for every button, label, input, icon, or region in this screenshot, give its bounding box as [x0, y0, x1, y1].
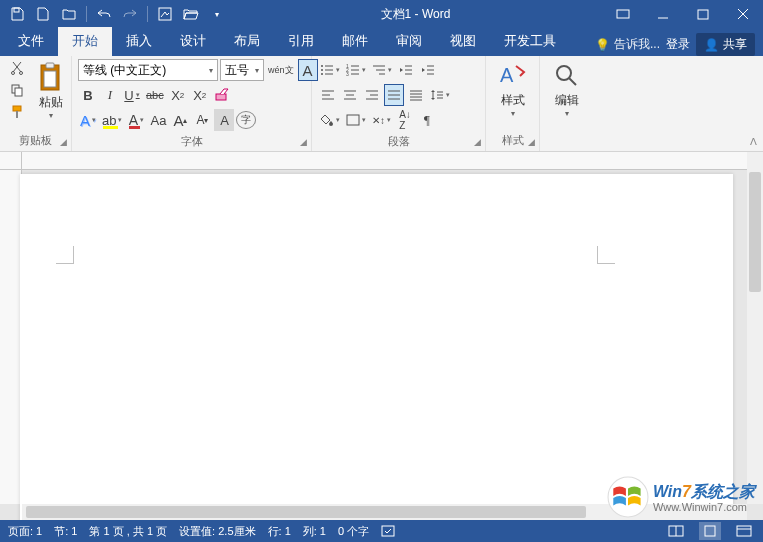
- status-column[interactable]: 列: 1: [303, 524, 326, 539]
- tell-me-input[interactable]: 💡 告诉我...: [595, 36, 660, 53]
- align-left-button[interactable]: [318, 84, 338, 106]
- person-icon: 👤: [704, 38, 719, 52]
- chevron-down-icon: ▾: [336, 116, 340, 124]
- change-case-button[interactable]: Aa: [148, 109, 168, 131]
- chevron-down-icon: ▾: [446, 91, 450, 99]
- phonetic-guide-char: 文: [285, 66, 294, 75]
- styles-dialog-icon[interactable]: ◢: [528, 137, 535, 147]
- text-direction-button[interactable]: ✕↕▾: [370, 109, 393, 131]
- numbering-button[interactable]: 123▾: [344, 59, 368, 81]
- cut-icon[interactable]: [6, 58, 28, 78]
- underline-button[interactable]: U▾: [122, 84, 142, 106]
- strikethrough-button[interactable]: abc: [144, 84, 166, 106]
- open-icon[interactable]: [58, 3, 80, 25]
- editing-button[interactable]: 编辑 ▾: [543, 58, 591, 120]
- tab-view[interactable]: 视图: [436, 27, 490, 56]
- tab-mailings[interactable]: 邮件: [328, 27, 382, 56]
- distributed-button[interactable]: [406, 84, 426, 106]
- status-proofing-icon[interactable]: [381, 524, 397, 538]
- collapse-ribbon-icon[interactable]: ᐱ: [750, 136, 757, 147]
- folder-open-icon[interactable]: [180, 3, 202, 25]
- italic-button[interactable]: I: [100, 84, 120, 106]
- superscript-button[interactable]: X2: [190, 84, 210, 106]
- signin-link[interactable]: 登录: [666, 36, 690, 53]
- chevron-down-icon: ▾: [118, 116, 122, 124]
- tab-references[interactable]: 引用: [274, 27, 328, 56]
- format-painter-icon[interactable]: [6, 102, 28, 122]
- tab-developer[interactable]: 开发工具: [490, 27, 570, 56]
- shading-button[interactable]: ▾: [318, 109, 342, 131]
- status-page-of[interactable]: 第 1 页 , 共 1 页: [89, 524, 167, 539]
- sort-button[interactable]: A↓Z: [395, 109, 415, 131]
- drawing-icon[interactable]: [154, 3, 176, 25]
- enclose-char-button[interactable]: 字: [236, 111, 256, 129]
- multilevel-list-button[interactable]: ▾: [370, 59, 394, 81]
- tab-insert[interactable]: 插入: [112, 27, 166, 56]
- font-name-combo[interactable]: 等线 (中文正文)▾: [78, 59, 218, 81]
- scrollbar-thumb[interactable]: [749, 172, 761, 292]
- font-color-button[interactable]: A▾: [126, 109, 146, 131]
- horizontal-ruler[interactable]: [22, 152, 747, 170]
- page-canvas[interactable]: [20, 174, 733, 520]
- ribbon-display-icon[interactable]: [603, 0, 643, 28]
- styles-button[interactable]: A 样式 ▾: [489, 58, 537, 120]
- maximize-icon[interactable]: [683, 0, 723, 28]
- grow-font-button[interactable]: A▴: [170, 109, 190, 131]
- phonetic-guide-label: wén: [268, 66, 285, 75]
- tab-home[interactable]: 开始: [58, 27, 112, 56]
- vertical-scrollbar[interactable]: [747, 152, 763, 504]
- minimize-icon[interactable]: [643, 0, 683, 28]
- vertical-ruler[interactable]: [0, 170, 22, 504]
- copy-icon[interactable]: [6, 80, 28, 100]
- highlight-button[interactable]: ab▾: [100, 109, 124, 131]
- borders-button[interactable]: ▾: [344, 109, 368, 131]
- status-section[interactable]: 节: 1: [54, 524, 77, 539]
- new-doc-icon[interactable]: [32, 3, 54, 25]
- bullets-button[interactable]: ▾: [318, 59, 342, 81]
- tab-review[interactable]: 审阅: [382, 27, 436, 56]
- tab-file[interactable]: 文件: [4, 27, 58, 56]
- qat-customize-icon[interactable]: ▾: [206, 3, 228, 25]
- line-spacing-button[interactable]: ▾: [428, 84, 452, 106]
- font-dialog-icon[interactable]: ◢: [300, 137, 307, 147]
- align-center-button[interactable]: [340, 84, 360, 106]
- chevron-down-icon: ▾: [387, 116, 391, 124]
- align-right-button[interactable]: [362, 84, 382, 106]
- save-icon[interactable]: [6, 3, 28, 25]
- shrink-font-button[interactable]: A▾: [192, 109, 212, 131]
- svg-point-6: [20, 72, 23, 75]
- status-page[interactable]: 页面: 1: [8, 524, 42, 539]
- tab-design[interactable]: 设计: [166, 27, 220, 56]
- decrease-indent-button[interactable]: [396, 59, 416, 81]
- horizontal-scrollbar[interactable]: [22, 504, 747, 520]
- undo-icon[interactable]: [93, 3, 115, 25]
- subscript-button[interactable]: X2: [168, 84, 188, 106]
- increase-indent-button[interactable]: [418, 59, 438, 81]
- print-layout-icon[interactable]: [699, 522, 721, 540]
- paste-label: 粘贴: [39, 94, 63, 111]
- bold-button[interactable]: B: [78, 84, 98, 106]
- tell-me-placeholder: 告诉我...: [614, 36, 660, 53]
- status-line[interactable]: 行: 1: [268, 524, 291, 539]
- status-words[interactable]: 0 个字: [338, 524, 369, 539]
- paragraph-dialog-icon[interactable]: ◢: [474, 137, 481, 147]
- phonetic-guide-button[interactable]: wén文: [266, 59, 296, 81]
- scrollbar-thumb[interactable]: [26, 506, 586, 518]
- tab-layout[interactable]: 布局: [220, 27, 274, 56]
- clipboard-dialog-icon[interactable]: ◢: [60, 137, 67, 147]
- close-icon[interactable]: [723, 0, 763, 28]
- group-clipboard: 粘贴 ▾ 剪贴板 ◢: [0, 56, 72, 151]
- redo-icon[interactable]: [119, 3, 141, 25]
- paste-button[interactable]: 粘贴 ▾: [32, 58, 70, 122]
- show-marks-button[interactable]: ¶: [417, 109, 437, 131]
- shrink-font-label: A: [196, 113, 204, 127]
- clear-format-button[interactable]: [212, 84, 232, 106]
- share-button[interactable]: 👤 共享: [696, 33, 755, 56]
- justify-button[interactable]: [384, 84, 404, 106]
- text-effects-button[interactable]: A▾: [78, 109, 98, 131]
- char-shading-button[interactable]: A: [214, 109, 234, 131]
- status-position[interactable]: 设置值: 2.5厘米: [179, 524, 255, 539]
- web-layout-icon[interactable]: [733, 522, 755, 540]
- font-size-combo[interactable]: 五号▾: [220, 59, 264, 81]
- read-mode-icon[interactable]: [665, 522, 687, 540]
